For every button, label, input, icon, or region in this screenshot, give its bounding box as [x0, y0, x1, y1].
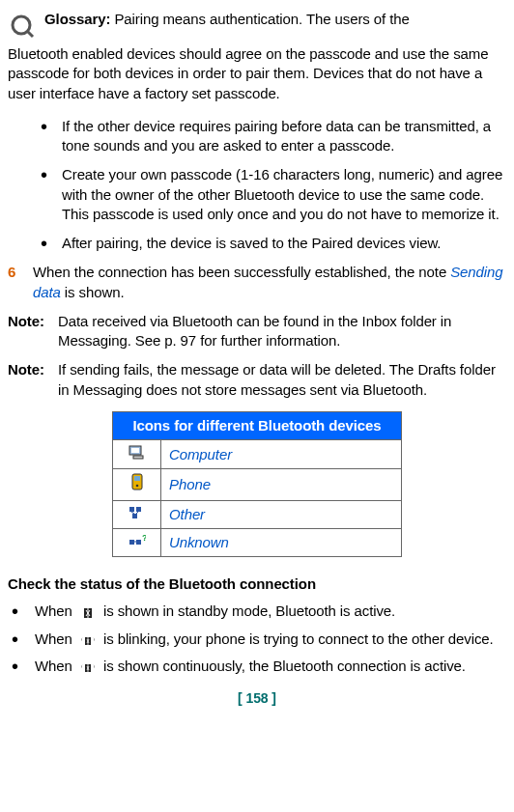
step-text-before: When the connection has been successfull…	[33, 264, 450, 280]
note-block: Note: Data received via Bluetooth can be…	[8, 312, 506, 351]
svg-rect-10	[132, 514, 137, 518]
status-pre: When	[35, 658, 76, 674]
step-6: 6 When the connection has been successfu…	[8, 263, 506, 302]
list-item: If the other device requires pairing bef…	[8, 117, 506, 156]
note-body: Data received via Bluetooth can be found…	[58, 312, 506, 351]
svg-rect-6	[134, 476, 140, 481]
status-pre: When	[35, 602, 76, 619]
other-icon	[113, 500, 161, 528]
list-item: After pairing, the device is saved to th…	[8, 234, 506, 253]
bt-table-header: Icons for different Bluetooth devices	[113, 411, 402, 439]
status-post: is shown in standby mode, Bluetooth is a…	[103, 602, 395, 619]
list-item: Create your own passcode (1-16 character…	[8, 165, 506, 224]
note-body: If sending fails, the message or data wi…	[58, 360, 506, 400]
status-post: is shown continuously, the Bluetooth con…	[103, 658, 466, 674]
status-heading: Check the status of the Bluetooth connec…	[8, 574, 506, 594]
bt-row-label: Phone	[161, 469, 402, 500]
list-item: When is shown continuously, the Bluetoot…	[8, 657, 506, 676]
svg-text:?: ?	[142, 534, 146, 543]
bt-row-label: Unknown	[161, 528, 402, 556]
phone-icon	[113, 469, 161, 500]
note-block: Note: If sending fails, the message or d…	[8, 360, 506, 400]
list-item: When is blinking, your phone is trying t…	[8, 630, 506, 649]
step-body: When the connection has been successfull…	[33, 263, 506, 302]
bt-standby-icon	[79, 605, 97, 619]
glossary-text: Glossary: Pairing means authentication. …	[44, 10, 506, 39]
glossary-continuation: Bluetooth enabled devices should agree o…	[8, 44, 506, 103]
note-label: Note:	[8, 360, 50, 400]
svg-line-11	[131, 512, 134, 514]
pairing-bullet-list: If the other device requires pairing bef…	[8, 117, 506, 254]
table-row: Phone	[113, 469, 402, 500]
unknown-icon: ?	[113, 528, 161, 556]
glossary-icon	[8, 10, 35, 39]
svg-line-1	[27, 31, 33, 37]
svg-rect-3	[131, 448, 139, 453]
svg-rect-8	[129, 507, 134, 512]
glossary-line1: Pairing means authentication. The users …	[114, 11, 409, 27]
step-number: 6	[8, 263, 21, 302]
status-post: is blinking, your phone is trying to con…	[103, 630, 494, 647]
svg-point-7	[135, 485, 138, 488]
status-pre: When	[35, 630, 76, 647]
bt-devices-table: Icons for different Bluetooth devices Co…	[112, 411, 402, 557]
table-row: ? Unknown	[113, 528, 402, 556]
note-label: Note:	[8, 312, 50, 351]
table-row: Computer	[113, 440, 402, 469]
svg-rect-9	[136, 507, 141, 512]
list-item: When is shown in standby mode, Bluetooth…	[8, 602, 506, 621]
computer-icon	[113, 440, 161, 469]
bt-blinking-icon	[79, 633, 97, 647]
glossary-block: Glossary: Pairing means authentication. …	[8, 10, 506, 39]
svg-line-12	[136, 512, 138, 514]
page-number: [ 158 ]	[8, 689, 506, 708]
bt-row-label: Other	[161, 500, 402, 528]
table-row: Other	[113, 500, 402, 528]
bt-continuous-icon	[79, 660, 97, 674]
status-list: When is shown in standby mode, Bluetooth…	[8, 602, 506, 676]
svg-rect-4	[133, 456, 143, 459]
svg-rect-14	[136, 540, 141, 545]
step-text-after: is shown.	[61, 284, 125, 300]
bt-row-label: Computer	[161, 440, 402, 469]
svg-rect-13	[129, 540, 134, 545]
glossary-label: Glossary:	[44, 11, 110, 27]
